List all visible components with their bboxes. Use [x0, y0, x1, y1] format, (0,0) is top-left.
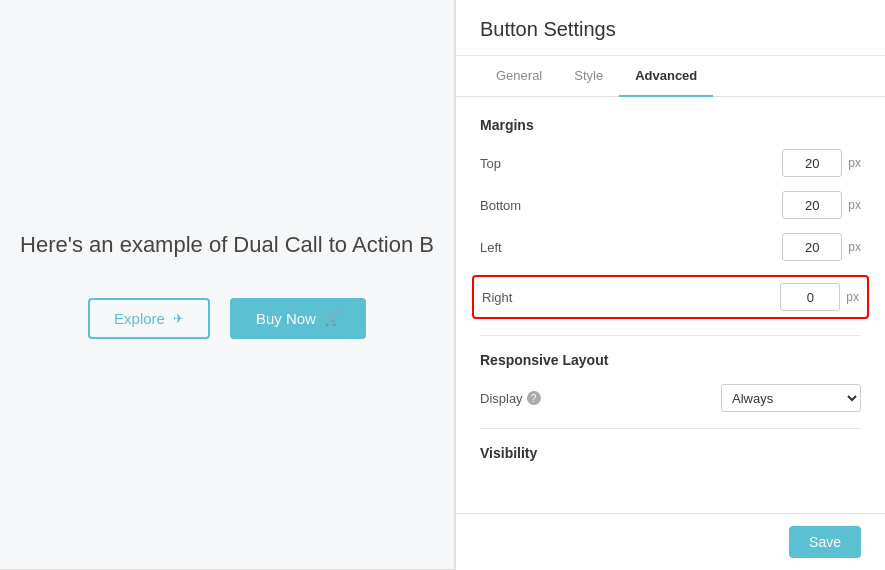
buynow-button[interactable]: Buy Now 🛒 — [230, 298, 366, 339]
margins-section-title: Margins — [480, 117, 861, 133]
display-label-text: Display — [480, 391, 523, 406]
explore-button[interactable]: Explore ✈ — [88, 298, 210, 339]
preview-panel: Here's an example of Dual Call to Action… — [0, 0, 455, 570]
settings-tabs: General Style Advanced — [456, 56, 885, 97]
preview-buttons: Explore ✈ Buy Now 🛒 — [88, 298, 366, 339]
buynow-label: Buy Now — [256, 310, 316, 327]
preview-text: Here's an example of Dual Call to Action… — [20, 232, 434, 258]
margin-right-unit: px — [846, 290, 859, 304]
display-help-icon[interactable]: ? — [527, 391, 541, 405]
tab-advanced[interactable]: Advanced — [619, 56, 713, 97]
responsive-section: Responsive Layout Display ? Always Deskt… — [480, 352, 861, 412]
panel-footer: Save — [456, 513, 885, 570]
margin-left-input[interactable] — [782, 233, 842, 261]
display-select[interactable]: Always Desktop Only Mobile Only — [721, 384, 861, 412]
margin-left-label: Left — [480, 240, 560, 255]
cart-icon: 🛒 — [324, 311, 340, 326]
margin-bottom-unit: px — [848, 198, 861, 212]
tab-style[interactable]: Style — [558, 56, 619, 97]
explore-label: Explore — [114, 310, 165, 327]
margin-left-row: Left px — [480, 233, 861, 261]
margin-right-input-group: px — [780, 283, 859, 311]
send-icon: ✈ — [173, 311, 184, 326]
margin-top-row: Top px — [480, 149, 861, 177]
visibility-section-title: Visibility — [480, 445, 861, 461]
display-row: Display ? Always Desktop Only Mobile Onl… — [480, 384, 861, 412]
margin-right-label: Right — [482, 290, 562, 305]
margin-right-row: Right px — [472, 275, 869, 319]
save-button[interactable]: Save — [789, 526, 861, 558]
margin-top-input[interactable] — [782, 149, 842, 177]
divider-2 — [480, 428, 861, 429]
panel-title: Button Settings — [456, 0, 885, 56]
responsive-section-title: Responsive Layout — [480, 352, 861, 368]
margin-top-unit: px — [848, 156, 861, 170]
margin-bottom-input[interactable] — [782, 191, 842, 219]
panel-content: Margins Top px Bottom px Left px — [456, 97, 885, 513]
settings-panel: Button Settings General Style Advanced M… — [455, 0, 885, 570]
margin-left-input-group: px — [782, 233, 861, 261]
margin-left-unit: px — [848, 240, 861, 254]
margin-bottom-input-group: px — [782, 191, 861, 219]
tab-general[interactable]: General — [480, 56, 558, 97]
margin-bottom-row: Bottom px — [480, 191, 861, 219]
margin-top-input-group: px — [782, 149, 861, 177]
margin-right-input[interactable] — [780, 283, 840, 311]
visibility-section: Visibility — [480, 445, 861, 461]
margin-top-label: Top — [480, 156, 560, 171]
margin-bottom-label: Bottom — [480, 198, 560, 213]
display-label-group: Display ? — [480, 391, 541, 406]
divider-1 — [480, 335, 861, 336]
